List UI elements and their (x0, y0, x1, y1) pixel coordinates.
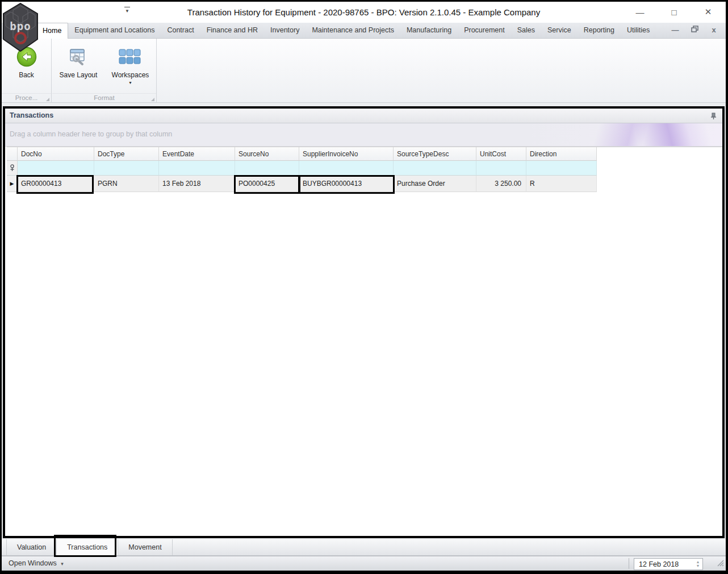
workspaces-dropdown-icon: ▼ (128, 81, 132, 85)
transactions-panel: Transactions Drag a column header here t… (3, 106, 725, 538)
cell-doctype[interactable]: PGRN (94, 176, 159, 192)
cell-eventdate[interactable]: 13 Feb 2018 (159, 176, 235, 192)
window-controls: — □ ✕ (633, 5, 716, 19)
tab-finance-and-hr[interactable]: Finance and HR (200, 23, 264, 39)
grid-header-row: DocNo DocType EventDate SourceNo Supplie… (7, 147, 722, 161)
filter-cell-eventdate[interactable] (159, 161, 235, 176)
tab-reporting[interactable]: Reporting (578, 23, 621, 39)
group-grip-icon[interactable] (46, 98, 49, 101)
filter-cell-supplierinvoiceno[interactable] (299, 161, 394, 176)
cell-unitcost[interactable]: 3 250.00 (476, 176, 526, 192)
ribbon-body: Back Proce... (2, 39, 726, 103)
date-spinner[interactable]: 12 Feb 2018 ▲ ▼ (634, 558, 703, 570)
quick-access-dropdown-icon[interactable]: ▼ (122, 7, 132, 14)
status-separator (629, 558, 629, 569)
mdi-minimize-button[interactable]: — (670, 26, 680, 34)
column-header-doctype[interactable]: DocType (94, 147, 159, 161)
svg-text:bpo: bpo (10, 20, 31, 32)
tab-valuation[interactable]: Valuation (6, 539, 57, 555)
minimize-button[interactable]: — (633, 5, 647, 19)
tab-movement[interactable]: Movement (118, 539, 172, 555)
open-windows-dropdown[interactable]: Open Windows ▾ (9, 559, 64, 567)
title-bar: ▼ Transaction History for Equipment - 20… (2, 2, 726, 23)
group-by-hint: Drag a column header here to group by th… (10, 130, 172, 138)
cell-supplierinvoiceno[interactable]: BUYBGR00000413 (299, 176, 394, 192)
column-header-unitcost[interactable]: UnitCost (476, 147, 526, 161)
tab-inventory[interactable]: Inventory (264, 23, 306, 39)
column-header-sourceno[interactable]: SourceNo (235, 147, 299, 161)
ribbon-group-format-label: Format (52, 93, 156, 103)
workspaces-label: Workspaces (112, 71, 149, 79)
column-header-supplierinvoiceno[interactable]: SupplierInvoiceNo (299, 147, 394, 161)
cell-sourceno[interactable]: PO0000425 (235, 176, 299, 192)
panel-header: Transactions (5, 109, 722, 123)
grid-filter-row (7, 161, 722, 176)
column-header-eventdate[interactable]: EventDate (159, 147, 235, 161)
save-layout-icon (69, 47, 88, 66)
restore-icon (691, 26, 698, 32)
group-by-bar[interactable]: Drag a column header here to group by th… (5, 123, 722, 147)
row-indicator-arrow-icon: ▶ (10, 176, 14, 192)
resize-grip-icon[interactable] (717, 559, 724, 569)
dropdown-glyph: ▼ (125, 9, 129, 14)
spin-down-icon[interactable]: ▼ (696, 564, 700, 568)
save-layout-label: Save Layout (60, 71, 98, 79)
cell-direction[interactable]: R (526, 176, 597, 192)
workspaces-icon (119, 48, 141, 65)
maximize-button[interactable]: □ (667, 5, 681, 19)
pin-icon[interactable] (710, 112, 717, 122)
open-windows-label: Open Windows (9, 559, 57, 567)
mdi-window-controls: — x (670, 26, 719, 34)
column-header-direction[interactable]: Direction (526, 147, 597, 161)
filter-cell-unitcost[interactable] (476, 161, 526, 176)
filter-cell-docno[interactable] (18, 161, 94, 176)
bpo-logo-icon: bpo (3, 3, 38, 52)
tab-manufacturing[interactable]: Manufacturing (400, 23, 458, 39)
tab-utilities[interactable]: Utilities (621, 23, 656, 39)
filter-cell-sourcetypedesc[interactable] (394, 161, 476, 176)
bottom-tab-strip: Valuation Transactions Movement (2, 539, 726, 556)
column-header-docno[interactable]: DocNo (18, 147, 94, 161)
filter-cell-direction[interactable] (526, 161, 597, 176)
group-grip-icon[interactable] (151, 98, 154, 101)
status-bar: Open Windows ▾ 12 Feb 2018 ▲ ▼ (2, 556, 726, 571)
ribbon-group-format: Save Layout Workspaces (52, 39, 157, 103)
tab-maintenance-and-projects[interactable]: Maintenance and Projects (306, 23, 400, 39)
filter-cell-sourceno[interactable] (235, 161, 299, 176)
back-button-label: Back (19, 71, 34, 79)
decorative-swoosh (529, 123, 722, 147)
transactions-grid: DocNo DocType EventDate SourceNo Supplie… (5, 147, 722, 192)
ribbon-tab-row: Home Equipment and Locations Contract Fi… (2, 23, 726, 39)
cell-docno[interactable]: GR00000413 (18, 176, 94, 192)
panel-title: Transactions (10, 111, 53, 119)
tab-home[interactable]: Home (36, 23, 68, 39)
workspaces-button[interactable]: Workspaces ▼ (112, 41, 149, 85)
column-header-sourcetypedesc[interactable]: SourceTypeDesc (394, 147, 476, 161)
row-indicator: ▶ (7, 176, 18, 192)
mdi-close-button[interactable]: x (709, 26, 719, 34)
tab-transactions[interactable]: Transactions (57, 539, 118, 555)
date-value: 12 Feb 2018 (634, 560, 693, 568)
window-title: Transaction History for Equipment - 2020… (138, 7, 589, 17)
mdi-restore-button[interactable] (689, 26, 700, 34)
tab-service[interactable]: Service (541, 23, 578, 39)
tab-procurement[interactable]: Procurement (458, 23, 511, 39)
filter-cell-doctype[interactable] (94, 161, 159, 176)
date-spin-buttons: ▲ ▼ (693, 560, 702, 568)
filter-pin-icon (10, 164, 15, 172)
ribbon-tabs: Home Equipment and Locations Contract Fi… (36, 23, 656, 39)
cell-sourcetypedesc[interactable]: Purchase Order (394, 176, 476, 192)
filter-row-indicator (7, 161, 18, 176)
close-button[interactable]: ✕ (701, 5, 716, 19)
save-layout-button[interactable]: Save Layout (60, 41, 98, 79)
ribbon-group-process-label: Proce... (2, 93, 51, 103)
header-indicator-cell (7, 147, 18, 161)
table-row: ▶ GR00000413 PGRN 13 Feb 2018 PO0000425 … (7, 176, 722, 192)
tab-contract[interactable]: Contract (161, 23, 200, 39)
chevron-down-icon: ▾ (61, 561, 64, 567)
tab-sales[interactable]: Sales (511, 23, 541, 39)
tab-equipment-and-locations[interactable]: Equipment and Locations (68, 23, 161, 39)
